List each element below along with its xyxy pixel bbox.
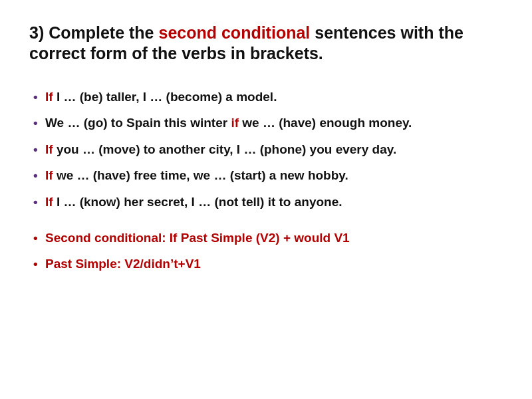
sentence-text: you … (move) to another city, I … (phone… bbox=[53, 142, 397, 156]
if-keyword: If bbox=[45, 168, 53, 182]
if-keyword: If bbox=[45, 90, 53, 104]
list-item: If I … (be) taller, I … (become) a model… bbox=[33, 88, 503, 106]
sentence-text: I … (be) taller, I … (become) a model. bbox=[53, 90, 277, 104]
rule-text: Past Simple (V2) + would V1 bbox=[177, 231, 349, 245]
rules-list: Second conditional: If Past Simple (V2) … bbox=[29, 229, 503, 273]
list-item: We … (go) to Spain this winter if we … (… bbox=[33, 114, 503, 132]
exercise-list: If I … (be) taller, I … (become) a model… bbox=[29, 88, 503, 211]
list-item: If I … (know) her secret, I … (not tell)… bbox=[33, 194, 503, 211]
if-keyword: If bbox=[45, 142, 53, 156]
rule-label: Second conditional: bbox=[45, 231, 170, 245]
page-title: 3) Complete the second conditional sente… bbox=[29, 23, 503, 65]
list-item: Second conditional: If Past Simple (V2) … bbox=[33, 229, 503, 247]
spacer bbox=[29, 220, 503, 229]
slide: 3) Complete the second conditional sente… bbox=[0, 0, 532, 399]
title-part1: 3) Complete the bbox=[29, 23, 158, 42]
if-keyword: If bbox=[45, 195, 53, 209]
if-keyword: If bbox=[170, 231, 178, 245]
list-item: If we … (have) free time, we … (start) a… bbox=[33, 167, 503, 184]
sentence-text: we … (have) enough money. bbox=[239, 116, 412, 130]
title-keyword: second conditional bbox=[158, 23, 310, 42]
sentence-text: I … (know) her secret, I … (not tell) it… bbox=[53, 195, 342, 209]
list-item: Past Simple: V2/didn’t+V1 bbox=[33, 255, 503, 273]
rule-text: Past Simple: V2/didn’t+V1 bbox=[45, 257, 201, 271]
sentence-text: We … (go) to Spain this winter bbox=[45, 116, 231, 130]
list-item: If you … (move) to another city, I … (ph… bbox=[33, 141, 503, 158]
sentence-text: we … (have) free time, we … (start) a ne… bbox=[53, 168, 348, 182]
if-keyword: if bbox=[231, 116, 239, 130]
